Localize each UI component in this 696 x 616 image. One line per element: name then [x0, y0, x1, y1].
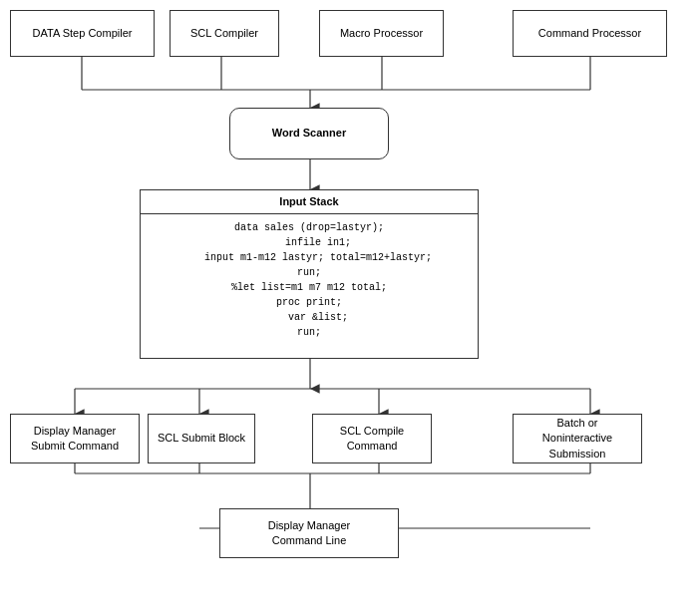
- diagram: DATA Step Compiler SCL Compiler Macro Pr…: [0, 0, 696, 616]
- data-step-compiler-box: DATA Step Compiler: [10, 10, 155, 57]
- macro-processor-label: Macro Processor: [340, 26, 423, 41]
- macro-processor-box: Macro Processor: [319, 10, 444, 57]
- scl-compiler-label: SCL Compiler: [190, 26, 258, 41]
- command-processor-box: Command Processor: [513, 10, 667, 57]
- input-stack-code: data sales (drop=lastyr); infile in1; in…: [141, 214, 478, 346]
- scl-submit-box: SCL Submit Block: [148, 414, 255, 463]
- display-manager-submit-label: Display ManagerSubmit Command: [31, 424, 119, 455]
- input-stack-title: Input Stack: [141, 190, 478, 214]
- input-stack-box: Input Stack data sales (drop=lastyr); in…: [140, 189, 479, 359]
- scl-submit-label: SCL Submit Block: [158, 431, 245, 446]
- dm-command-line-label: Display ManagerCommand Line: [268, 518, 351, 549]
- word-scanner-label: Word Scanner: [272, 126, 346, 141]
- scl-compile-box: SCL CompileCommand: [312, 414, 432, 463]
- display-manager-submit-box: Display ManagerSubmit Command: [10, 414, 140, 463]
- scl-compiler-box: SCL Compiler: [170, 10, 279, 57]
- command-processor-label: Command Processor: [538, 26, 641, 41]
- dm-command-line-box: Display ManagerCommand Line: [219, 508, 399, 558]
- batch-label: Batch orNoninteractiveSubmission: [542, 416, 612, 462]
- data-step-compiler-label: DATA Step Compiler: [33, 26, 133, 41]
- batch-box: Batch orNoninteractiveSubmission: [513, 414, 642, 463]
- word-scanner-box: Word Scanner: [229, 108, 389, 159]
- scl-compile-label: SCL CompileCommand: [340, 424, 404, 455]
